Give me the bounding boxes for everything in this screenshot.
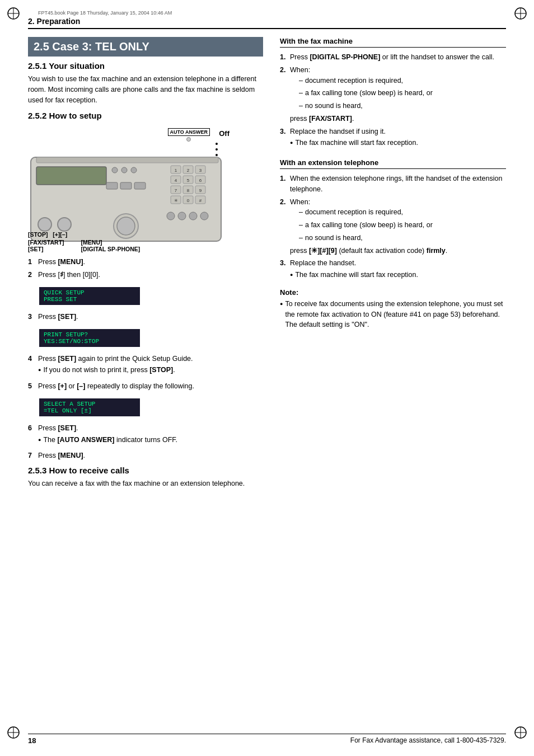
fax-step3-bullets: The fax machine will start fax reception… (290, 138, 506, 148)
display-box-3: SELECT A SETUP =TEL ONLY [±] (39, 398, 140, 416)
fax-diagram: AUTO ANSWER Off (28, 124, 246, 252)
dash-2: a fax calling tone (slow beep) is heard,… (299, 88, 506, 98)
step6-bullets: The [AUTO ANSWER] indicator turns OFF. (38, 435, 263, 445)
corner-mark-br (514, 726, 527, 739)
footer-text: For Fax Advantage assistance, call 1-800… (350, 736, 506, 745)
step4-bullets: If you do not wish to print it, press [S… (38, 365, 263, 375)
label-fax-start: [FAX/START] [SET] (28, 239, 64, 252)
ext-step3-bullets: The fax machine will start fax reception… (290, 270, 506, 280)
step6-bullet-1: The [AUTO ANSWER] indicator turns OFF. (38, 435, 263, 445)
sub1-text: You wish to use the fax machine and an e… (28, 74, 263, 105)
svg-point-12 (216, 143, 218, 145)
step-2: 2 Press [♯] then [0][0]. (28, 270, 263, 280)
svg-rect-51 (134, 182, 146, 189)
note-bullet-1: To receive fax documents using the exten… (280, 299, 506, 330)
svg-text:8: 8 (187, 188, 190, 193)
svg-rect-50 (120, 182, 132, 189)
fax-step-1: 1. Press [DIGITAL SP-PHONE] or lift the … (280, 52, 506, 63)
auto-answer-indicator (186, 137, 191, 142)
svg-point-54 (167, 212, 175, 220)
svg-text:4: 4 (175, 178, 177, 183)
sub3-title: 2.5.3 How to receive calls (28, 466, 263, 475)
note-bullets: To receive fax documents using the exten… (280, 299, 506, 330)
svg-point-22 (131, 167, 137, 173)
step3-list: 3 Press [SET]. (28, 312, 263, 322)
display1-line1: QUICK SETUP (44, 289, 135, 296)
svg-text:6: 6 (199, 178, 202, 183)
step-5: 5 Press [+] or [–] repeatedly to display… (28, 381, 263, 392)
section-main-title: 2.5 Case 3: TEL ONLY (34, 40, 257, 53)
svg-text:✳: ✳ (174, 198, 178, 203)
step-7: 7 Press [MENU]. (28, 450, 263, 461)
footer-page-number: 18 (28, 736, 36, 745)
ext-step2-dashes: document reception is required, a fax ca… (299, 207, 506, 243)
svg-rect-49 (106, 182, 118, 189)
svg-point-13 (216, 148, 218, 151)
fax-step-2: 2. When: document reception is required,… (280, 65, 506, 124)
page-header-title: 2. Preparation (28, 17, 506, 26)
sub1-title: 2.5.1 Your situation (28, 61, 263, 71)
note-bullet-text: To receive fax documents using the exten… (285, 299, 506, 330)
steps-4-5: 4 Press [SET] again to print the Quick S… (28, 354, 263, 392)
svg-rect-18 (36, 157, 218, 163)
fax-steps: 1. Press [DIGITAL SP-PHONE] or lift the … (280, 52, 506, 152)
setup-steps: 1 Press [MENU]. 2 Press [♯] then [0][0]. (28, 257, 263, 280)
sub3-text: You can receive a fax with the fax machi… (28, 478, 263, 489)
right-column: With the fax machine 1. Press [DIGITAL S… (280, 37, 506, 495)
step4-bullet-1: If you do not wish to print it, press [S… (38, 365, 263, 375)
right-section1-title: With the fax machine (280, 37, 506, 48)
step-1: 1 Press [MENU]. (28, 257, 263, 267)
svg-point-48 (58, 218, 71, 231)
ext-dash-3: no sound is heard, (299, 233, 506, 243)
page-footer: 18 For Fax Advantage assistance, call 1-… (28, 734, 506, 745)
right-section2-title: With an extension telephone (280, 158, 506, 169)
dash-1: document reception is required, (299, 76, 506, 86)
display1-line2: PRESS SET (44, 296, 135, 303)
step-4: 4 Press [SET] again to print the Quick S… (28, 354, 263, 379)
note-title: Note: (280, 288, 506, 297)
note-section: Note: To receive fax documents using the… (280, 288, 506, 330)
ext-steps: 1. When the extension telephone rings, l… (280, 173, 506, 284)
display3-line1: SELECT A SETUP (44, 401, 135, 407)
ext-step3-bullet: The fax machine will start fax reception… (290, 270, 506, 280)
fax-step3-bullet: The fax machine will start fax reception… (290, 138, 506, 148)
step-6: 6 Press [SET]. The [AUTO ANSWER] indicat… (28, 423, 263, 449)
svg-point-56 (189, 212, 197, 220)
svg-point-47 (38, 218, 51, 231)
svg-text:#: # (199, 198, 202, 203)
svg-text:3: 3 (199, 168, 202, 173)
svg-text:7: 7 (175, 188, 177, 193)
svg-point-20 (112, 167, 118, 173)
svg-rect-19 (36, 167, 106, 185)
svg-text:9: 9 (199, 188, 202, 193)
file-info: FPT45.book Page 18 Thursday, January 15,… (38, 10, 172, 16)
page-header: 2. Preparation (28, 17, 506, 29)
svg-point-57 (200, 212, 208, 220)
display-box-1: QUICK SETUP PRESS SET (39, 287, 140, 305)
fax-step2-dashes: document reception is required, a fax ca… (299, 76, 506, 111)
display3-line2: =TEL ONLY [±] (44, 407, 135, 414)
steps-6-7: 6 Press [SET]. The [AUTO ANSWER] indicat… (28, 423, 263, 461)
fax-step-3: 3. Replace the handset if using it. The … (280, 126, 506, 152)
step-3: 3 Press [SET]. (28, 312, 263, 322)
display2-line2: YES:SET/NO:STOP (44, 338, 135, 345)
label-menu: [MENU] [DIGITAL SP-PHONE] (81, 239, 140, 252)
sub2-title: 2.5.2 How to setup (28, 111, 263, 120)
left-column: 2.5 Case 3: TEL ONLY 2.5.1 Your situatio… (28, 37, 263, 495)
svg-point-55 (178, 212, 186, 220)
section-title-bar: 2.5 Case 3: TEL ONLY (28, 37, 263, 57)
ext-dash-1: document reception is required, (299, 207, 506, 218)
content-area: 2.5 Case 3: TEL ONLY 2.5.1 Your situatio… (28, 37, 506, 495)
corner-mark-tl (7, 7, 20, 20)
page-wrapper: FPT45.book Page 18 Thursday, January 15,… (0, 0, 534, 756)
corner-mark-bl (7, 726, 20, 739)
label-stop: [STOP] [+][–] (28, 231, 67, 238)
corner-mark-tr (514, 7, 527, 20)
off-label: Off (219, 129, 229, 138)
ext-dash-2: a fax calling tone (slow beep) is heard,… (299, 220, 506, 231)
ext-step-1: 1. When the extension telephone rings, l… (280, 173, 506, 195)
svg-text:5: 5 (187, 178, 190, 183)
dash-3: no sound is heard, (299, 101, 506, 111)
svg-text:2: 2 (187, 168, 190, 173)
diagram-labels: [STOP] [+][–] [FAX/START] [SET] [MENU] [ (28, 231, 140, 252)
